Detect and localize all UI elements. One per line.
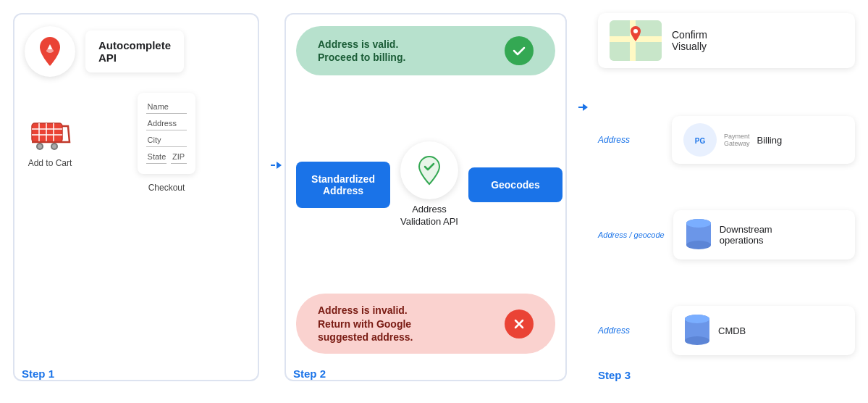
confirm-visually-row: Confirm Visually xyxy=(598,13,855,68)
autocomplete-label: Autocomplete API xyxy=(85,30,184,72)
validation-center: Address Validation API xyxy=(400,141,458,228)
invalid-text: Address is invalid.Return with Googlesug… xyxy=(318,304,413,344)
cmdb-row: Address CMDB xyxy=(598,306,855,355)
state-field: State xyxy=(146,150,167,164)
billing-card: PG PaymentGateway Billing xyxy=(672,116,855,164)
svg-point-14 xyxy=(633,29,638,33)
autocomplete-icon xyxy=(25,26,75,77)
middle-row: Standardized Address Address Validation … xyxy=(296,141,555,228)
arrow-label-geocode: Address / geocode xyxy=(598,230,665,239)
svg-point-23 xyxy=(685,336,709,345)
zip-field: ZIP xyxy=(171,150,187,164)
confirm-visually-label: Confirm Visually xyxy=(672,29,707,52)
downstream-row: Address / geocode Downstream operations xyxy=(598,210,855,259)
downstream-card: Downstream operations xyxy=(673,210,855,259)
payment-gateway-icon: PG xyxy=(683,123,717,157)
name-field: Name xyxy=(146,100,187,114)
map-thumbnail xyxy=(610,20,662,61)
cmdb-card: CMDB xyxy=(672,306,855,355)
svg-point-19 xyxy=(686,241,711,249)
svg-point-8 xyxy=(38,144,42,149)
arrow-step2-step3 xyxy=(576,100,591,115)
validation-api-label: Address Validation API xyxy=(400,204,458,228)
valid-pill: Address is valid.Proceed to billing. xyxy=(296,26,555,75)
db-icon-downstream xyxy=(685,217,712,252)
checkout-label: Checkout xyxy=(148,183,185,193)
check-icon xyxy=(505,36,534,65)
arrow-step1-step2 xyxy=(268,158,285,173)
arrow-label-address1: Address xyxy=(598,135,663,145)
step3-label: Step 3 xyxy=(598,369,631,381)
address-field: Address xyxy=(146,117,187,130)
geocodes-box: Geocodes xyxy=(468,167,562,202)
standardized-address-box: Standardized Address xyxy=(296,162,390,208)
billing-label: Billing xyxy=(757,135,783,146)
svg-point-10 xyxy=(52,144,56,149)
cart-area: Add to Cart xyxy=(25,117,75,168)
step1-section: Autocomplete API xyxy=(13,13,259,381)
valid-text: Address is valid.Proceed to billing. xyxy=(318,38,405,64)
add-to-cart-label: Add to Cart xyxy=(28,158,72,168)
db-icon-cmdb xyxy=(683,313,711,348)
checkout-form: Name Address City State ZIP xyxy=(138,93,196,174)
step2-label: Step 2 xyxy=(293,367,326,380)
invalid-pill: Address is invalid.Return with Googlesug… xyxy=(296,294,555,354)
step3-section: Confirm Visually Address PG PaymentGatew… xyxy=(591,13,855,381)
cmdb-label: CMDB xyxy=(718,325,746,336)
downstream-label: Downstream operations xyxy=(720,224,772,246)
billing-row: Address PG PaymentGateway Billing xyxy=(598,116,855,164)
diagram-container: Autocomplete API xyxy=(0,0,868,403)
svg-point-24 xyxy=(685,315,709,323)
autocomplete-row: Autocomplete API xyxy=(25,26,248,77)
svg-point-0 xyxy=(46,49,54,53)
confirm-visually-card: Confirm Visually xyxy=(598,13,855,68)
svg-point-20 xyxy=(686,219,711,228)
step1-label: Step 1 xyxy=(22,367,54,380)
svg-rect-1 xyxy=(32,123,62,142)
arrow-label-address2: Address xyxy=(598,325,663,336)
city-field: City xyxy=(146,133,187,147)
step2-section: Address is valid.Proceed to billing. Sta… xyxy=(285,13,567,381)
validation-api-icon xyxy=(400,141,458,199)
checkout-row: Add to Cart Name Address City State ZIP … xyxy=(25,93,248,193)
svg-text:PG: PG xyxy=(695,137,706,145)
x-icon xyxy=(505,309,534,338)
